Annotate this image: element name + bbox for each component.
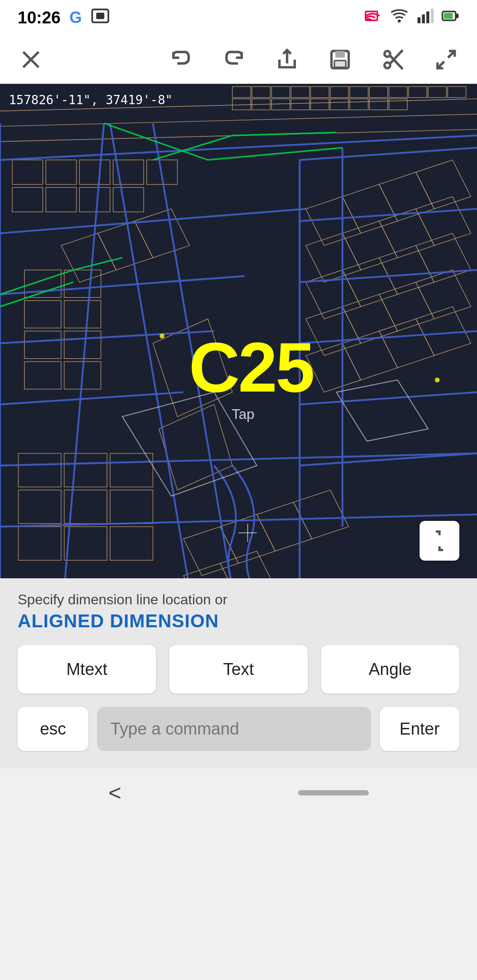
svg-rect-10 (456, 14, 459, 18)
mtext-button[interactable]: Mtext (18, 645, 156, 694)
scissors-button[interactable] (375, 42, 411, 77)
toolbar (0, 35, 477, 84)
redo-button[interactable] (216, 42, 252, 77)
svg-rect-7 (431, 8, 434, 23)
svg-point-109 (159, 334, 164, 339)
svg-rect-4 (417, 17, 420, 23)
coordinates-display: 157826'-11", 37419'-8" (9, 93, 173, 107)
close-button[interactable] (13, 42, 49, 77)
svg-rect-1 (96, 12, 104, 19)
svg-rect-5 (422, 14, 425, 23)
c25-label: C25 (189, 327, 313, 408)
save-button[interactable] (322, 42, 358, 77)
fullscreen-button[interactable] (428, 42, 464, 77)
command-input[interactable] (97, 707, 371, 751)
battery-icon (442, 7, 459, 29)
cast-icon (365, 7, 382, 29)
svg-point-110 (435, 377, 439, 382)
expand-button[interactable] (420, 521, 459, 561)
time-display: 10:26 (18, 8, 61, 27)
svg-point-18 (385, 62, 390, 68)
command-row: esc Enter (18, 707, 459, 751)
svg-rect-9 (444, 13, 453, 19)
command-title: ALIGNED DIMENSION (18, 611, 459, 632)
enter-button[interactable]: Enter (380, 707, 459, 751)
back-button[interactable]: < (108, 780, 121, 806)
signal-icon (416, 7, 434, 29)
angle-button[interactable]: Angle (321, 645, 459, 694)
nav-pill (298, 790, 369, 795)
screen-record-icon (91, 6, 110, 30)
esc-button[interactable]: esc (18, 707, 88, 751)
svg-point-17 (385, 51, 390, 57)
status-bar: 10:26 G (0, 0, 477, 35)
option-buttons-group: Mtext Text Angle (18, 645, 459, 694)
google-g-icon: G (69, 8, 82, 27)
status-right (365, 7, 459, 29)
share-button[interactable] (269, 42, 305, 77)
wifi-icon (390, 7, 408, 29)
status-left: 10:26 G (18, 6, 110, 30)
text-button[interactable]: Text (169, 645, 307, 694)
svg-rect-16 (334, 60, 346, 67)
cad-canvas[interactable]: 157826'-11", 37419'-8" C25 Tap (0, 84, 477, 578)
undo-button[interactable] (163, 42, 199, 77)
command-area: Specify dimension line location or ALIGN… (0, 578, 477, 769)
svg-rect-6 (426, 11, 429, 23)
svg-rect-15 (335, 51, 345, 57)
specify-instruction: Specify dimension line location or (18, 592, 459, 608)
svg-point-3 (398, 19, 401, 23)
nav-bar: < (0, 769, 477, 817)
tap-hint: Tap (232, 406, 255, 422)
